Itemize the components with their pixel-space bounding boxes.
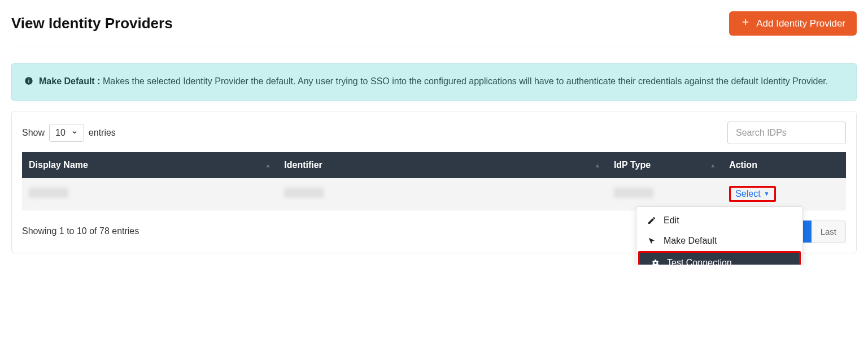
svg-rect-2 xyxy=(28,79,29,79)
cursor-icon xyxy=(647,236,657,245)
info-label: Make Default : xyxy=(39,76,100,86)
table-card: Show 10 entries Display Name ▲ xyxy=(11,111,857,253)
info-callout: Make Default : Makes the selected Identi… xyxy=(11,63,857,101)
show-entries-control: Show 10 entries xyxy=(22,124,116,142)
page-header: View Identity Providers Add Identity Pro… xyxy=(11,11,857,46)
table-row: Select ▼ xyxy=(22,178,846,210)
add-identity-provider-button[interactable]: Add Identity Provider xyxy=(729,11,857,36)
row-action-select[interactable]: Select ▼ xyxy=(729,186,775,202)
blurred-value xyxy=(284,188,324,198)
search-input[interactable] xyxy=(727,122,846,144)
col-identifier[interactable]: Identifier ▲ xyxy=(277,152,607,178)
sort-icon: ▲ xyxy=(265,162,271,168)
add-button-label: Add Identity Provider xyxy=(756,18,845,29)
sort-icon: ▲ xyxy=(595,162,600,168)
show-label: Show xyxy=(22,128,45,138)
action-dropdown-menu: Edit Make Default Test Connection Show S… xyxy=(636,206,803,265)
edit-icon xyxy=(647,216,657,225)
idp-table: Display Name ▲ Identifier ▲ IdP Type ▲ A… xyxy=(22,152,846,210)
col-action: Action xyxy=(722,152,846,178)
plus-icon xyxy=(740,17,751,30)
blurred-value xyxy=(29,188,68,198)
entries-label: entries xyxy=(89,128,116,138)
sort-icon: ▲ xyxy=(710,162,716,168)
gears-icon xyxy=(650,258,660,265)
menu-item-make-default[interactable]: Make Default xyxy=(636,231,802,251)
menu-item-test-connection[interactable]: Test Connection xyxy=(638,251,801,265)
info-icon xyxy=(24,75,33,90)
col-idp-type[interactable]: IdP Type ▲ xyxy=(607,152,722,178)
info-text: Makes the selected Identity Provider the… xyxy=(103,76,828,86)
page-size-select[interactable]: 10 xyxy=(49,124,84,142)
chevron-down-icon xyxy=(71,128,78,138)
col-display-name[interactable]: Display Name ▲ xyxy=(22,152,277,178)
page-title: View Identity Providers xyxy=(11,15,173,32)
caret-down-icon: ▼ xyxy=(764,191,770,197)
svg-rect-1 xyxy=(28,80,29,83)
blurred-value xyxy=(614,188,653,198)
showing-entries-text: Showing 1 to 10 of 78 entries xyxy=(22,226,139,236)
page-last-button[interactable]: Last xyxy=(812,221,846,243)
select-label: Select xyxy=(735,189,760,199)
menu-item-edit[interactable]: Edit xyxy=(636,210,802,231)
page-size-value: 10 xyxy=(55,128,66,138)
